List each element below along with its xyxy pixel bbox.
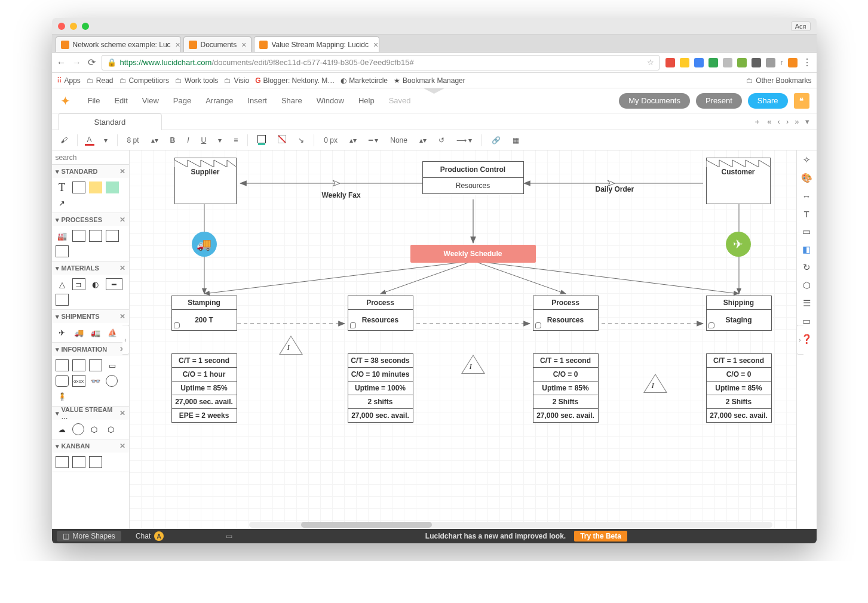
shape-buffer-icon[interactable] [56, 294, 69, 306]
italic-icon[interactable]: I [185, 135, 191, 146]
extension-letter[interactable]: r [780, 58, 783, 67]
extension-icon[interactable] [708, 58, 718, 67]
window-minimize-icon[interactable] [70, 23, 77, 30]
databox-shipping[interactable]: C/T = 1 second C/O = 0 Uptime = 85% 2 Sh… [706, 353, 772, 423]
shape-pull-icon[interactable]: ◐ [89, 278, 102, 290]
databox-process-1[interactable]: C/T = 38 seconds C/O = 10 minutes Uptime… [348, 353, 413, 423]
shape-icon[interactable] [56, 359, 69, 371]
present-button[interactable]: Present [696, 93, 742, 109]
window-close-icon[interactable] [58, 23, 65, 30]
bookmark-item[interactable]: 🗀Competitiors [119, 76, 169, 85]
menu-file[interactable]: File [82, 94, 106, 107]
node-weekly-schedule[interactable]: Weekly Schedule [410, 245, 536, 263]
stepper-icon[interactable]: ▴▾ [347, 135, 359, 146]
page-first-icon[interactable]: « [767, 117, 771, 126]
browser-tab[interactable]: Network scheme example: Luc × [56, 36, 181, 52]
stepper-icon[interactable]: ▴▾ [149, 135, 161, 146]
page-last-icon[interactable]: » [795, 117, 799, 126]
page-icon[interactable]: ▭ [800, 226, 812, 238]
text-color-icon[interactable]: A [85, 134, 94, 146]
shape-rect-icon[interactable] [72, 181, 85, 193]
other-bookmarks[interactable]: 🗀Other Bookmarks [746, 76, 811, 85]
align-icon[interactable]: ≡ [231, 135, 240, 146]
extension-icon[interactable] [737, 58, 747, 67]
page-prev-icon[interactable]: ‹ [778, 117, 780, 126]
node-process-2[interactable]: Process Resources [533, 296, 599, 331]
line-icon[interactable]: ↘ [296, 135, 306, 146]
theme-icon[interactable]: 🎨 [800, 172, 812, 184]
history-icon[interactable]: ↻ [800, 261, 812, 273]
shape-icon[interactable] [72, 359, 85, 371]
close-icon[interactable]: ✕ [119, 442, 125, 450]
node-customer[interactable]: Customer [706, 158, 771, 204]
databox-stamping[interactable]: C/T = 1 second C/O = 1 hour Uptime = 85%… [171, 353, 237, 423]
shape-circle-icon[interactable] [106, 375, 118, 387]
close-icon[interactable]: ✕ [119, 409, 125, 417]
profile-badge[interactable]: Ася [791, 21, 811, 31]
bold-icon[interactable]: B [168, 135, 178, 146]
inventory-icon[interactable]: I [279, 336, 303, 355]
image-icon[interactable]: ▦ [510, 135, 522, 146]
shape-process-icon[interactable] [106, 230, 119, 242]
menu-arrange[interactable]: Arrange [200, 94, 239, 107]
chat-button[interactable]: Chat A [130, 530, 170, 542]
url-field[interactable]: 🔒 https://www.lucidchart.com/documents/e… [102, 55, 660, 70]
extension-icon[interactable] [694, 58, 704, 67]
extension-icon[interactable] [752, 58, 761, 67]
border-icon[interactable] [275, 134, 289, 146]
ruler-icon[interactable]: ↔ [800, 190, 812, 202]
line-width-stepper[interactable]: 0 px [321, 135, 340, 146]
shape-arrow-icon[interactable]: ↗ [56, 197, 69, 209]
close-icon[interactable]: ✕ [119, 167, 125, 176]
rightbar-collapse-icon[interactable]: › [796, 325, 803, 355]
shape-kaizen-icon[interactable]: ☁ [56, 423, 69, 435]
shape-fifo-icon[interactable]: ━ [106, 278, 122, 290]
my-documents-button[interactable]: My Documents [619, 93, 690, 109]
extension-icon[interactable] [723, 58, 732, 67]
shape-databox-icon[interactable] [56, 245, 69, 257]
tab-close-icon[interactable]: × [241, 40, 246, 50]
chevron-down-icon[interactable] [423, 88, 446, 94]
inventory-icon[interactable]: I [461, 355, 485, 374]
plane-icon[interactable]: ✈ [726, 232, 751, 257]
shape-supermarket-icon[interactable]: ⊐ [72, 278, 85, 290]
node-process-stamping[interactable]: Stamping 200 T [171, 296, 237, 331]
navigator-icon[interactable]: ✧ [800, 154, 812, 166]
shape-glasses-icon[interactable]: 👓 [89, 375, 102, 387]
tab-close-icon[interactable]: × [176, 40, 180, 50]
shape-icon[interactable] [56, 456, 69, 468]
close-icon[interactable]: ✕ [119, 264, 125, 272]
bookmark-item[interactable]: GBlogger: Nektony. M… [255, 76, 335, 85]
font-size-stepper[interactable]: 8 pt [125, 135, 142, 146]
page-tab[interactable]: Standard [58, 113, 162, 130]
shape-factory-icon[interactable]: 🏭 [56, 230, 69, 242]
extension-icon[interactable] [665, 58, 675, 67]
dropdown-icon[interactable]: ▾ [216, 135, 224, 146]
minimize-chat-icon[interactable]: ▭ [226, 532, 232, 540]
bookmark-item[interactable]: ★Bookmark Manager [394, 76, 465, 85]
shape-icon[interactable] [89, 456, 102, 468]
add-page-icon[interactable]: ＋ [753, 116, 761, 127]
underline-icon[interactable]: U [199, 135, 209, 146]
menu-share[interactable]: Share [275, 94, 308, 107]
fill-icon[interactable] [255, 134, 268, 146]
bookmark-item[interactable]: 🗀Work tools [175, 76, 218, 85]
shape-icon[interactable] [89, 359, 102, 371]
link-icon[interactable]: 🔗 [489, 135, 503, 146]
search-input[interactable] [56, 153, 130, 162]
layers-icon[interactable]: ☰ [800, 297, 812, 309]
shape-plane-icon[interactable]: ✈ [56, 327, 69, 339]
node-shipping[interactable]: Shipping Staging [706, 296, 772, 331]
shape-oxox-icon[interactable]: oxox [72, 375, 85, 387]
shape-inventory-icon[interactable]: △ [56, 278, 69, 290]
data-icon[interactable]: ⬡ [800, 279, 812, 291]
horizontal-scrollbar[interactable] [249, 522, 772, 528]
node-supplier[interactable]: Supplier [174, 158, 237, 204]
menu-help[interactable]: Help [352, 94, 381, 107]
nav-reload-icon[interactable]: ⟳ [88, 57, 96, 68]
bookmark-item[interactable]: 🗀Read [87, 76, 114, 85]
page-menu-icon[interactable]: ▾ [805, 117, 809, 126]
share-button[interactable]: Share [748, 93, 788, 109]
extension-icon[interactable] [788, 58, 798, 67]
shape-boat-icon[interactable]: ⛵ [106, 327, 119, 339]
